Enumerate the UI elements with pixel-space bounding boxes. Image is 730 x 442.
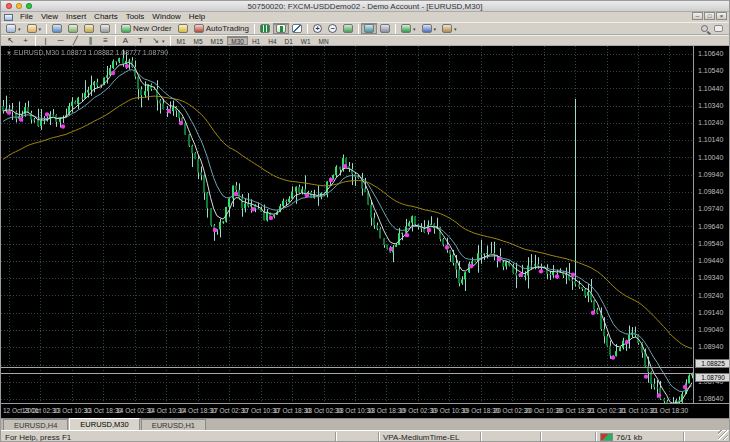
mdi-close-icon[interactable]: ×	[716, 12, 727, 20]
menubar: FileViewInsertChartsToolsWindowHelp –□×	[1, 12, 729, 22]
new-chart-button[interactable]: ▾	[3, 23, 24, 34]
zoom-in-icon: +	[313, 24, 322, 33]
periods-icon	[422, 24, 432, 33]
price-axis-label: 1.08940	[698, 343, 723, 350]
metaeditor-button[interactable]	[175, 23, 191, 34]
menu-insert[interactable]: Insert	[62, 12, 90, 22]
titlebar[interactable]: 50750020: FXCM-USDDemo02 - Demo Account …	[1, 1, 729, 12]
mt4-window: 50750020: FXCM-USDDemo02 - Demo Account …	[0, 0, 730, 442]
price-chart-canvas[interactable]	[1, 46, 693, 403]
timeframe-mn-button[interactable]: MN	[315, 36, 333, 45]
chart-tab-eurusd-m30[interactable]: EURUSD,M30	[69, 418, 139, 430]
menu-tools[interactable]: Tools	[122, 12, 149, 22]
line-studies-toolbar: ↖+|─╱∥≡AT↘▾M1M5M15M30H1H4D1W1MN	[1, 35, 729, 46]
price-axis-label: 1.08640	[698, 395, 723, 402]
timeframe-m15-button[interactable]: M15	[207, 36, 228, 45]
autotrading-button[interactable]: AutoTrading	[191, 23, 252, 34]
status-cell-empty	[481, 432, 541, 442]
profiles-button[interactable]: ▾	[24, 23, 45, 34]
mdi-restore-icon[interactable]: □	[704, 12, 715, 20]
mdi-minimize-icon[interactable]: –	[692, 12, 703, 20]
cursor-tool-button[interactable]: ↖	[3, 36, 18, 45]
menu-file[interactable]: File	[16, 12, 37, 22]
tile-windows-icon	[343, 24, 353, 33]
timeframe-h4-button[interactable]: H4	[264, 36, 280, 45]
time-axis-label: 21 Oct 18:30	[651, 407, 688, 414]
toolbar-separator	[395, 24, 396, 34]
ohlc-readout: EURUSD,M30 1.08873 1.08882 1.08777 1.087…	[14, 49, 168, 56]
menu-window[interactable]: Window	[148, 12, 184, 22]
fibonacci-tool-button[interactable]: ≡	[98, 36, 113, 45]
mdi-controls: –□×	[692, 12, 727, 20]
new-order-label: New Order	[133, 24, 172, 33]
price-axis-label: 1.09340	[698, 274, 723, 281]
line-chart-icon	[292, 24, 302, 33]
timeframe-w1-button[interactable]: W1	[297, 36, 315, 45]
candlestick-chart-button[interactable]	[273, 23, 289, 34]
timeframe-h1-button[interactable]: H1	[248, 36, 264, 45]
status-text: For Help, press F1	[5, 432, 71, 442]
cursor-tool-icon: ↖	[6, 36, 15, 45]
time-axis[interactable]: 12 Oct 201613 Oct 02:3013 Oct 10:3013 Oc…	[1, 403, 730, 418]
data-window-button[interactable]	[65, 23, 81, 34]
chart-tab-bar: EURUSD,H4EURUSD,M30EURUSD,H1	[1, 418, 729, 430]
templates-icon	[442, 24, 452, 33]
timeframe-d1-button[interactable]: D1	[281, 36, 297, 45]
indicators-button[interactable]: ▾	[398, 23, 419, 34]
dropdown-arrow-icon: ▾	[434, 26, 437, 32]
channel-tool-icon: ∥	[86, 36, 95, 45]
price-axis-label: 1.10240	[698, 119, 723, 126]
menu-view[interactable]: View	[37, 12, 62, 22]
price-axis-label: 1.09540	[698, 240, 723, 247]
horizontal-line-tool-button[interactable]: ─	[53, 36, 68, 45]
trendline-tool-button[interactable]: ╱	[68, 36, 83, 45]
dropdown-arrow-icon: ▾	[18, 26, 21, 32]
tile-windows-button[interactable]	[340, 23, 356, 34]
timeframe-m5-button[interactable]: M5	[190, 36, 207, 45]
periods-button[interactable]: ▾	[419, 23, 440, 34]
status-cell-empty	[541, 432, 596, 442]
timeframe-m1-button[interactable]: M1	[173, 36, 190, 45]
ask-price-box: 1.08825	[695, 359, 730, 368]
timeframe-m30-button[interactable]: M30	[227, 36, 248, 45]
chart-shift-icon	[380, 24, 390, 33]
menu-charts[interactable]: Charts	[90, 12, 122, 22]
new-chart-icon	[6, 24, 16, 33]
zoom-out-button[interactable]: −	[325, 23, 340, 34]
toolbar-separator	[254, 24, 255, 34]
templates-button[interactable]: ▾	[439, 23, 460, 34]
collapse-arrow-icon[interactable]: ▼	[6, 50, 12, 56]
navigator-button[interactable]	[81, 23, 97, 34]
text-tool-button[interactable]: A	[118, 36, 133, 45]
bar-chart-button[interactable]	[257, 23, 273, 34]
channel-tool-button[interactable]: ∥	[83, 36, 98, 45]
chart-shift-button[interactable]	[377, 23, 393, 34]
resize-grip[interactable]	[718, 430, 728, 440]
chart-tab-eurusd-h1[interactable]: EURUSD,H1	[141, 419, 206, 430]
menu-help[interactable]: Help	[185, 12, 209, 22]
dropdown-arrow-icon: ▾	[162, 38, 165, 44]
vertical-line-tool-button[interactable]: |	[38, 36, 53, 45]
auto-scroll-button[interactable]	[361, 23, 377, 34]
crosshair-tool-button[interactable]: +	[18, 36, 33, 45]
price-axis-label: 1.10340	[698, 102, 723, 109]
terminal-button[interactable]	[97, 23, 113, 34]
price-axis-label: 1.09240	[698, 292, 723, 299]
price-axis-label: 1.09940	[698, 171, 723, 178]
price-axis[interactable]: 1.106401.105401.104401.103401.102401.101…	[693, 46, 730, 403]
main-toolbar: ▾▾New OrderAutoTrading+−▾▾▾	[1, 22, 729, 35]
horizontal-line-tool-icon: ─	[56, 36, 65, 45]
line-chart-button[interactable]	[289, 23, 305, 34]
zoom-out-icon: −	[328, 24, 337, 33]
arrows-tool-button[interactable]: ↘▾	[148, 36, 168, 45]
label-tool-button[interactable]: T	[133, 36, 148, 45]
chart-tab-eurusd-h4[interactable]: EURUSD,H4	[3, 419, 68, 430]
search-icon[interactable]	[701, 25, 708, 32]
market-watch-button[interactable]	[49, 23, 65, 34]
navigator-icon	[84, 24, 94, 33]
new-order-button[interactable]: New Order	[118, 23, 175, 34]
zoom-in-button[interactable]: +	[310, 23, 325, 34]
status-cell: For Help, press F1	[1, 432, 336, 442]
price-axis-label: 1.09740	[698, 205, 723, 212]
feedback-icon[interactable]	[714, 25, 723, 32]
